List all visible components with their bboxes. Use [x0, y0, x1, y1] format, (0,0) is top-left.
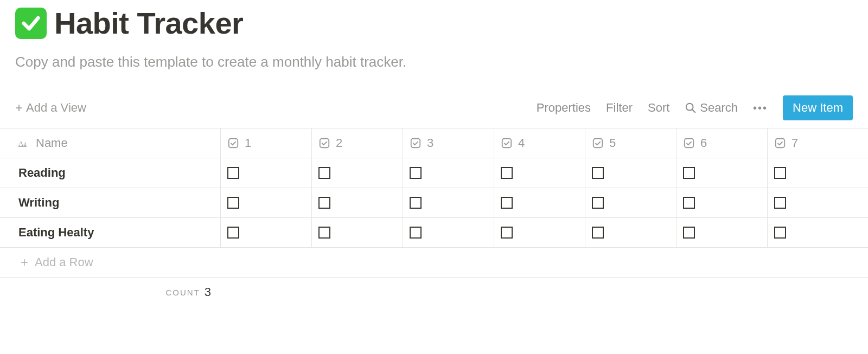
checkbox-icon: [592, 227, 604, 239]
add-view-label: Add a View: [26, 101, 86, 115]
checkbox-icon: [683, 227, 695, 239]
svg-rect-9: [776, 139, 785, 148]
checkbox-icon: [683, 167, 695, 179]
svg-rect-5: [411, 139, 420, 148]
checkbox-property-icon: [774, 137, 786, 149]
checkbox-icon: [410, 167, 422, 179]
checkbox-property-icon: [318, 137, 330, 149]
column-header-6[interactable]: 6: [676, 128, 768, 158]
checkbox-icon: [683, 197, 695, 209]
day-column-label: 7: [792, 136, 798, 150]
checkbox-cell[interactable]: [221, 188, 312, 217]
row-name-cell[interactable]: Writing: [0, 188, 221, 217]
count-value: 3: [205, 285, 211, 299]
checkbox-icon: [410, 227, 422, 239]
count-label: COUNT: [165, 288, 200, 297]
checkbox-icon: [501, 197, 513, 209]
table-toolbar: + Add a View Properties Filter Sort Sear…: [15, 92, 853, 128]
checkbox-cell[interactable]: [494, 188, 585, 217]
svg-rect-8: [685, 139, 694, 148]
checkbox-cell[interactable]: [585, 218, 676, 247]
day-column-label: 4: [518, 136, 525, 150]
sort-button[interactable]: Sort: [648, 101, 669, 115]
checkbox-icon: [774, 167, 786, 179]
checkbox-icon: [774, 197, 786, 209]
checkbox-cell[interactable]: [312, 188, 403, 217]
checkbox-cell[interactable]: [585, 158, 676, 188]
more-options-button[interactable]: •••: [753, 102, 768, 114]
checkbox-cell[interactable]: [768, 218, 859, 247]
checkbox-cell[interactable]: [312, 158, 403, 188]
column-header-5[interactable]: 5: [585, 128, 676, 158]
column-header-2[interactable]: 2: [312, 128, 403, 158]
day-column-label: 5: [609, 136, 616, 150]
checkbox-cell[interactable]: [494, 158, 585, 188]
checkbox-cell[interactable]: [494, 218, 585, 247]
checkbox-cell[interactable]: [676, 218, 768, 247]
checkbox-cell[interactable]: [221, 158, 312, 188]
search-button[interactable]: Search: [685, 101, 738, 115]
checkbox-cell[interactable]: [403, 158, 494, 188]
habit-table: Aa Name 1 2: [0, 128, 868, 248]
checkbox-cell[interactable]: [403, 188, 494, 217]
properties-button[interactable]: Properties: [537, 101, 591, 115]
column-header-1[interactable]: 1: [221, 128, 312, 158]
checkbox-icon: [501, 227, 513, 239]
row-name-cell[interactable]: Eating Healty: [0, 218, 221, 247]
plus-icon: +: [15, 101, 23, 114]
search-icon: [685, 102, 697, 114]
svg-rect-4: [320, 139, 329, 148]
checkbox-cell[interactable]: [403, 218, 494, 247]
checkbox-cell[interactable]: [585, 188, 676, 217]
page-icon-checkmark[interactable]: [15, 8, 47, 39]
checkmark-icon: [20, 12, 42, 34]
checkbox-icon: [410, 197, 422, 209]
add-row-label: Add a Row: [35, 255, 93, 269]
checkbox-icon: [774, 227, 786, 239]
table-row[interactable]: Reading: [0, 158, 868, 188]
checkbox-property-icon: [410, 137, 422, 149]
checkbox-icon: [227, 167, 239, 179]
day-column-label: 6: [700, 136, 707, 150]
row-name-cell[interactable]: Reading: [0, 158, 221, 188]
checkbox-property-icon: [501, 137, 513, 149]
checkbox-property-icon: [227, 137, 239, 149]
checkbox-cell[interactable]: [768, 188, 859, 217]
checkbox-cell[interactable]: [768, 158, 859, 188]
page-title[interactable]: Habit Tracker: [54, 5, 243, 41]
column-header-3[interactable]: 3: [403, 128, 494, 158]
table-footer: COUNT 3: [0, 278, 868, 307]
svg-text:Aa: Aa: [18, 140, 27, 147]
page-subtitle[interactable]: Copy and paste this template to create a…: [15, 54, 853, 70]
checkbox-icon: [318, 197, 330, 209]
table-header-row: Aa Name 1 2: [0, 128, 868, 158]
column-header-4[interactable]: 4: [494, 128, 585, 158]
checkbox-icon: [592, 167, 604, 179]
checkbox-icon: [318, 227, 330, 239]
table-row[interactable]: Writing: [0, 188, 868, 218]
checkbox-cell[interactable]: [676, 188, 768, 217]
table-row[interactable]: Eating Healty: [0, 218, 868, 248]
checkbox-cell[interactable]: [676, 158, 768, 188]
count-summary[interactable]: COUNT 3: [0, 285, 221, 299]
plus-icon: +: [21, 256, 28, 269]
new-item-button[interactable]: New Item: [783, 95, 853, 120]
name-column-label: Name: [36, 136, 68, 150]
filter-button[interactable]: Filter: [606, 101, 633, 115]
svg-rect-3: [229, 139, 238, 148]
search-label: Search: [700, 101, 738, 115]
day-column-label: 3: [427, 136, 433, 150]
svg-rect-7: [593, 139, 603, 148]
checkbox-cell[interactable]: [312, 218, 403, 247]
column-header-name[interactable]: Aa Name: [0, 128, 221, 158]
checkbox-cell[interactable]: [221, 218, 312, 247]
checkbox-icon: [227, 227, 239, 239]
day-column-label: 1: [245, 136, 251, 150]
svg-line-1: [692, 110, 695, 113]
checkbox-property-icon: [683, 137, 695, 149]
add-row-button[interactable]: + Add a Row: [0, 248, 868, 278]
column-header-7[interactable]: 7: [768, 128, 859, 158]
checkbox-icon: [227, 197, 239, 209]
add-view-button[interactable]: + Add a View: [15, 101, 86, 115]
checkbox-icon: [318, 167, 330, 179]
